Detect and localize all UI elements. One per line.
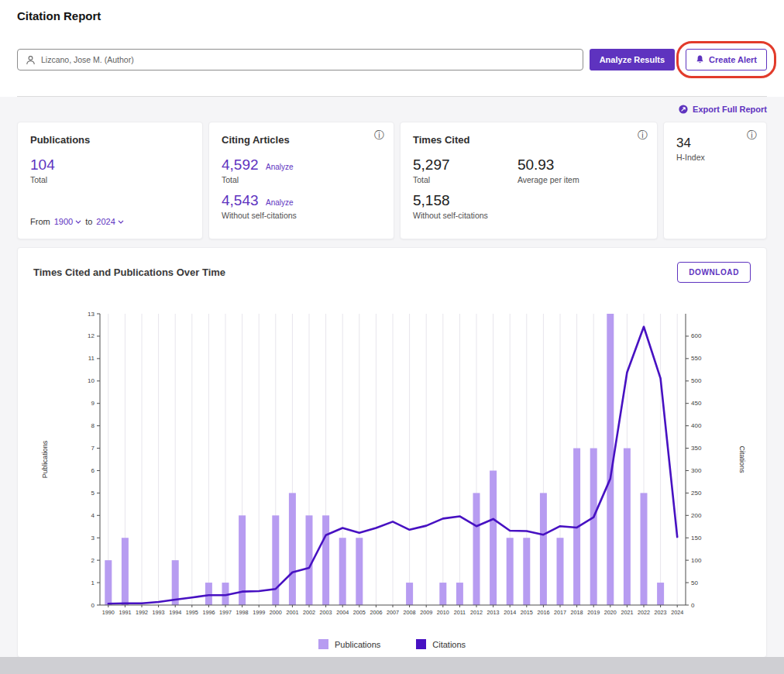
svg-text:50: 50 xyxy=(691,579,698,586)
publications-total-value: 104 xyxy=(30,156,190,174)
times-cited-without-value: 5,158 xyxy=(413,192,488,209)
svg-text:2024: 2024 xyxy=(671,609,683,616)
svg-text:Citations: Citations xyxy=(738,445,746,473)
svg-text:10: 10 xyxy=(88,377,95,384)
bell-icon xyxy=(696,55,704,64)
to-year-select[interactable]: 2024 xyxy=(96,217,123,226)
svg-text:9: 9 xyxy=(91,400,95,407)
citing-total-analyze-link[interactable]: Analyze xyxy=(266,163,294,171)
svg-text:2018: 2018 xyxy=(571,609,583,616)
create-alert-button[interactable]: Create Alert xyxy=(686,49,767,70)
export-icon xyxy=(678,104,689,115)
search-row: Lizcano, Jose M. (Author) Analyze Result… xyxy=(17,49,767,70)
svg-text:100: 100 xyxy=(691,557,702,564)
chart-title: Times Cited and Publications Over Time xyxy=(33,267,225,278)
citing-without-value[interactable]: 4,543 xyxy=(222,192,259,208)
svg-text:2016: 2016 xyxy=(537,609,549,616)
svg-text:550: 550 xyxy=(691,355,702,362)
h-index-label: H-Index xyxy=(676,153,754,162)
svg-text:400: 400 xyxy=(691,422,702,429)
from-year-value: 1900 xyxy=(54,217,73,226)
svg-text:2006: 2006 xyxy=(370,609,382,616)
chevron-down-icon xyxy=(118,220,124,224)
dual-axis-chart[interactable]: 0123456789101112130501001502002503003504… xyxy=(33,303,752,628)
export-full-report-link[interactable]: Export Full Report xyxy=(678,104,767,115)
citing-without-analyze-link[interactable]: Analyze xyxy=(266,198,294,207)
header-area: Citation Report Lizcano, Jose M. (Author… xyxy=(0,0,784,97)
citing-without-label: Without self-citations xyxy=(222,211,381,220)
chart-plot-area: 0123456789101112130501001502002503003504… xyxy=(33,303,751,631)
svg-text:500: 500 xyxy=(691,377,702,384)
legend-publications-label: Publications xyxy=(335,640,380,649)
times-cited-card: Times Cited ⓘ 5,297 Total 5,158 Without … xyxy=(400,122,658,239)
publications-swatch xyxy=(318,639,328,649)
times-cited-average-block: 50.93 Average per item xyxy=(518,156,579,220)
svg-text:1998: 1998 xyxy=(236,609,249,616)
download-button[interactable]: DOWNLOAD xyxy=(677,262,751,283)
svg-text:2015: 2015 xyxy=(521,609,533,616)
info-icon[interactable]: ⓘ xyxy=(374,130,384,140)
svg-text:1: 1 xyxy=(91,579,95,586)
svg-text:200: 200 xyxy=(691,512,702,519)
citations-swatch xyxy=(416,639,426,649)
svg-text:1996: 1996 xyxy=(202,609,215,616)
from-year-select[interactable]: 1900 xyxy=(54,217,81,226)
svg-text:1997: 1997 xyxy=(219,609,232,616)
svg-text:2021: 2021 xyxy=(621,609,633,616)
svg-text:350: 350 xyxy=(691,445,702,452)
svg-text:450: 450 xyxy=(691,400,702,407)
legend-item-citations: Citations xyxy=(416,639,466,649)
svg-text:4: 4 xyxy=(91,512,95,519)
svg-text:1991: 1991 xyxy=(119,609,131,616)
svg-text:5: 5 xyxy=(91,490,95,497)
search-query-text: Lizcano, Jose M. (Author) xyxy=(41,55,134,64)
svg-text:2008: 2008 xyxy=(404,609,416,616)
svg-text:2019: 2019 xyxy=(587,609,600,616)
h-index-card: ⓘ 34 H-Index xyxy=(663,122,767,239)
svg-text:13: 13 xyxy=(88,311,95,318)
svg-text:7: 7 xyxy=(91,445,95,452)
legend-item-publications: Publications xyxy=(318,639,380,649)
svg-text:2001: 2001 xyxy=(286,609,298,616)
person-icon xyxy=(26,55,36,65)
times-cited-total-value: 5,297 xyxy=(413,156,488,174)
analyze-results-button[interactable]: Analyze Results xyxy=(590,49,675,70)
export-label: Export Full Report xyxy=(693,105,767,114)
times-cited-without-label: Without self-citations xyxy=(413,211,488,220)
metric-cards-row: Publications 104 Total From 1900 to 2024… xyxy=(17,122,767,239)
svg-text:11: 11 xyxy=(88,355,95,362)
content-area: Export Full Report Publications 104 Tota… xyxy=(0,97,784,661)
chart-card: Times Cited and Publications Over Time D… xyxy=(17,247,767,658)
publications-card: Publications 104 Total From 1900 to 2024 xyxy=(17,122,203,239)
svg-text:2010: 2010 xyxy=(437,609,449,616)
svg-text:2005: 2005 xyxy=(353,609,366,616)
svg-text:2022: 2022 xyxy=(638,609,650,616)
citing-total-value[interactable]: 4,592 xyxy=(222,156,259,173)
svg-text:Publications: Publications xyxy=(41,440,49,478)
svg-text:250: 250 xyxy=(691,490,702,497)
svg-text:1990: 1990 xyxy=(102,609,115,616)
svg-text:12: 12 xyxy=(88,332,95,339)
info-icon[interactable]: ⓘ xyxy=(747,130,757,140)
svg-text:2004: 2004 xyxy=(336,609,349,616)
footer-strip xyxy=(0,657,784,674)
times-cited-average-value: 50.93 xyxy=(518,156,579,174)
svg-text:1992: 1992 xyxy=(136,609,148,616)
page-title: Citation Report xyxy=(17,0,767,22)
chart-header: Times Cited and Publications Over Time D… xyxy=(33,262,751,283)
svg-text:150: 150 xyxy=(691,535,702,542)
info-icon[interactable]: ⓘ xyxy=(638,130,648,140)
svg-text:2007: 2007 xyxy=(387,609,399,616)
svg-text:2014: 2014 xyxy=(504,609,516,616)
from-label: From xyxy=(30,217,50,226)
publications-year-range: From 1900 to 2024 xyxy=(30,217,124,226)
publications-card-title: Publications xyxy=(30,134,190,146)
svg-text:8: 8 xyxy=(91,422,95,429)
svg-text:1993: 1993 xyxy=(153,609,165,616)
svg-text:2013: 2013 xyxy=(487,609,500,616)
search-input[interactable]: Lizcano, Jose M. (Author) xyxy=(17,49,583,70)
h-index-value: 34 xyxy=(676,136,754,151)
publications-total-label: Total xyxy=(30,175,190,184)
svg-text:0: 0 xyxy=(691,602,695,609)
svg-text:2003: 2003 xyxy=(320,609,332,616)
